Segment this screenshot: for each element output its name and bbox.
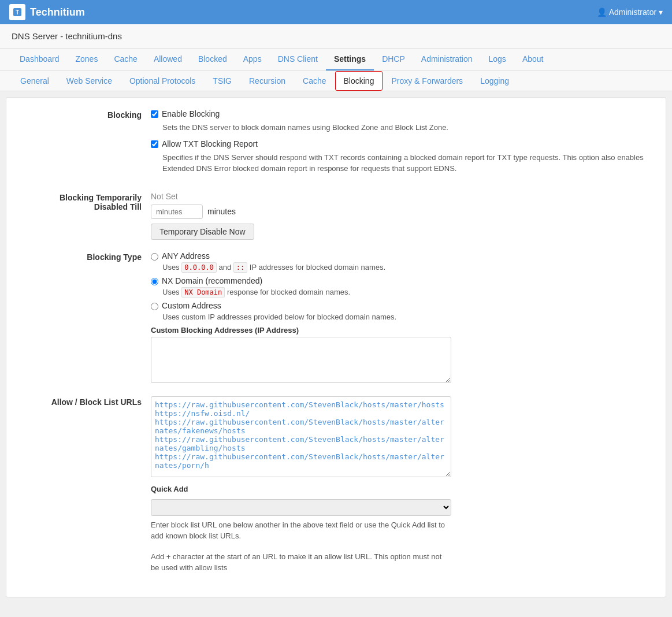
secondary-nav: General Web Service Optional Protocols T… [0, 71, 672, 91]
custom-address-option: Custom Address [151, 301, 648, 310]
blocking-type-label: Blocking Type [24, 251, 151, 262]
primary-nav: Dashboard Zones Cache Allowed Blocked Ap… [0, 49, 672, 71]
blocking-row: Blocking Enable Blocking Sets the DNS se… [24, 109, 648, 180]
blocklist-content: https://raw.githubusercontent.com/Steven… [151, 396, 648, 574]
nav-cache[interactable]: Cache [106, 49, 145, 70]
nx-domain-label[interactable]: NX Domain (recommended) [162, 276, 262, 285]
minutes-unit: minutes [207, 207, 236, 216]
allow-txt-checkbox[interactable] [151, 140, 158, 148]
tab-general[interactable]: General [12, 71, 58, 91]
tab-optional-protocols[interactable]: Optional Protocols [121, 71, 204, 91]
tab-cache[interactable]: Cache [294, 71, 335, 91]
nav-dns-client[interactable]: DNS Client [270, 49, 326, 70]
nav-dashboard[interactable]: Dashboard [12, 49, 68, 70]
blocking-label: Blocking [24, 109, 151, 120]
enable-blocking-desc: Sets the DNS server to block domain name… [162, 122, 648, 133]
hint-text2: Add + character at the start of an URL t… [151, 551, 451, 574]
nx-domain-option: NX Domain (recommended) [151, 276, 648, 285]
custom-blocking-label: Custom Blocking Addresses (IP Address) [151, 326, 648, 334]
top-bar: T Technitium 👤 Administrator ▾ [0, 0, 672, 24]
tab-proxy-forwarders[interactable]: Proxy & Forwarders [383, 71, 471, 91]
blocklist-textarea[interactable]: https://raw.githubusercontent.com/Steven… [151, 396, 451, 477]
blocklist-row: Allow / Block List URLs https://raw.gith… [24, 396, 648, 574]
nav-administration[interactable]: Administration [413, 49, 481, 70]
page-title: DNS Server - technitium-dns [12, 31, 122, 41]
custom-address-label[interactable]: Custom Address [162, 301, 221, 310]
minutes-row: minutes [151, 205, 648, 219]
logo-text: Technitium [30, 6, 85, 18]
nav-apps[interactable]: Apps [235, 49, 270, 70]
user-icon: 👤 [597, 8, 607, 17]
logo-icon: T [9, 4, 25, 20]
nx-domain-radio[interactable] [151, 278, 158, 285]
user-label: Administrator ▾ [609, 8, 663, 17]
any-address-label[interactable]: ANY Address [162, 251, 210, 261]
blocking-type-content: ANY Address Uses 0.0.0.0 and :: IP addre… [151, 251, 648, 385]
nav-about[interactable]: About [514, 49, 552, 70]
nav-logs[interactable]: Logs [481, 49, 514, 70]
temp-disable-button[interactable]: Temporary Disable Now [151, 224, 254, 240]
minutes-input[interactable] [151, 205, 203, 219]
not-set-text: Not Set [151, 192, 648, 201]
page-title-bar: DNS Server - technitium-dns [0, 24, 672, 49]
custom-address-radio[interactable] [151, 303, 158, 310]
enable-blocking-label[interactable]: Enable Blocking [162, 109, 220, 118]
enable-blocking-checkbox[interactable] [151, 110, 158, 118]
hint-text: Enter block list URL one below another i… [151, 519, 451, 542]
nav-zones[interactable]: Zones [68, 49, 106, 70]
tab-tsig[interactable]: TSIG [204, 71, 240, 91]
nav-settings[interactable]: Settings [326, 49, 374, 70]
tab-blocking[interactable]: Blocking [335, 71, 383, 91]
code-0000: 0.0.0.0 [181, 262, 217, 273]
tab-web-service[interactable]: Web Service [58, 71, 121, 91]
tab-logging[interactable]: Logging [471, 71, 518, 91]
quick-add-label: Quick Add [151, 485, 648, 493]
temp-disable-row: Blocking Temporarily Disabled Till Not S… [24, 192, 648, 240]
allow-txt-desc: Specifies if the DNS Server should respo… [162, 152, 648, 174]
blocking-content: Enable Blocking Sets the DNS server to b… [151, 109, 648, 180]
any-address-desc: Uses 0.0.0.0 and :: IP addresses for blo… [162, 263, 648, 272]
custom-blocking-textarea[interactable] [151, 337, 451, 383]
temp-disable-label: Blocking Temporarily Disabled Till [24, 192, 151, 211]
tab-recursion[interactable]: Recursion [240, 71, 294, 91]
code-nxdomain: NX Domain [181, 287, 225, 298]
allow-txt-row: Allow TXT Blocking Report [151, 139, 648, 148]
nav-blocked[interactable]: Blocked [190, 49, 235, 70]
nav-dhcp[interactable]: DHCP [374, 49, 413, 70]
main-content: Blocking Enable Blocking Sets the DNS se… [6, 97, 666, 597]
logo: T Technitium [9, 4, 85, 20]
any-address-option: ANY Address [151, 251, 648, 261]
blocklist-label: Allow / Block List URLs [24, 396, 151, 407]
code-colon: :: [233, 262, 247, 273]
quick-add-select[interactable] [151, 499, 451, 516]
custom-address-desc: Uses custom IP addresses provided below … [162, 313, 648, 321]
blocking-type-row: Blocking Type ANY Address Uses 0.0.0.0 a… [24, 251, 648, 385]
user-menu[interactable]: 👤 Administrator ▾ [597, 8, 663, 17]
svg-text:T: T [16, 9, 19, 16]
any-address-radio[interactable] [151, 253, 158, 261]
allow-txt-label[interactable]: Allow TXT Blocking Report [162, 139, 258, 148]
temp-disable-content: Not Set minutes Temporary Disable Now [151, 192, 648, 240]
nav-allowed[interactable]: Allowed [146, 49, 190, 70]
nx-domain-desc: Uses NX Domain response for blocked doma… [162, 288, 648, 296]
enable-blocking-row: Enable Blocking [151, 109, 648, 118]
